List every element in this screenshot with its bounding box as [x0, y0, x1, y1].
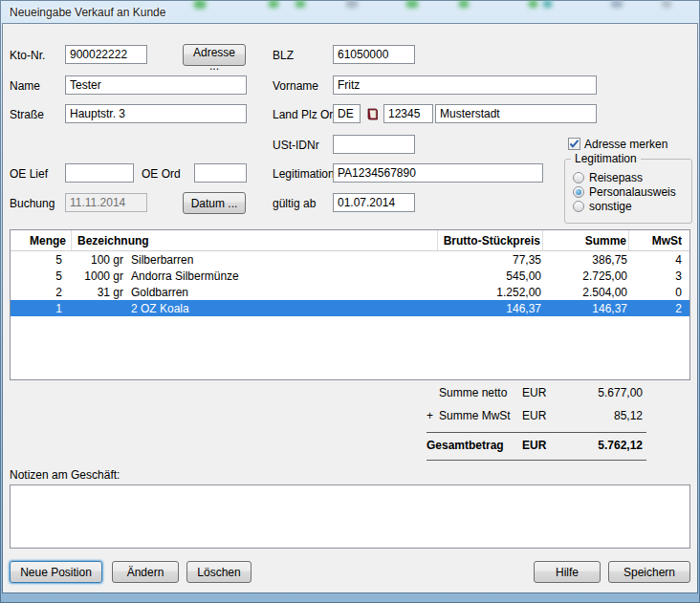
desktop-icon-blob	[346, 0, 358, 8]
vorname-input[interactable]	[333, 75, 597, 95]
header-summe[interactable]: Summe	[543, 230, 629, 250]
cell-preis: 146,37	[438, 302, 543, 315]
cell-mwst: 4	[629, 253, 689, 267]
neue-position-button[interactable]: Neue Position	[10, 561, 102, 583]
legitimation-group-title: Legitimation	[571, 152, 641, 165]
legitimation-input[interactable]	[333, 163, 543, 183]
datum-button[interactable]: Datum ...	[183, 192, 246, 214]
oe-lief-input[interactable]	[65, 163, 134, 183]
oe-lief-label: OE Lief	[10, 167, 48, 181]
ustid-input[interactable]	[333, 135, 415, 154]
radio-option-personalausweis[interactable]: Personalausweis	[573, 185, 676, 199]
desktop-icon-blob	[406, 0, 418, 8]
cell-summe: 2.504,00	[543, 286, 629, 299]
desktop-icon-blob	[194, 0, 206, 9]
aendern-button[interactable]: Ändern	[112, 561, 179, 583]
title-bar[interactable]: Neueingabe Verkauf an Kunde	[0, 0, 700, 24]
header-brutto-stueckpreis[interactable]: Brutto-Stückpreis	[438, 230, 543, 250]
cell-name: Andorra Silbermünze	[123, 269, 438, 283]
summe-mwst-currency: EUR	[522, 409, 546, 422]
radio-reisepass[interactable]	[573, 172, 584, 183]
radio-sonstige[interactable]	[573, 201, 584, 212]
cell-amount: 31 gr	[72, 286, 123, 299]
cell-amount: 1000 gr	[72, 269, 123, 283]
cell-summe: 2.725,00	[543, 269, 629, 283]
radio-option-reisepass[interactable]: Reisepass	[573, 171, 643, 184]
table-row-selected[interactable]: 1 2 OZ Koala 146,37 146,37 2	[11, 300, 689, 316]
kto-nr-input[interactable]	[65, 45, 147, 64]
cell-name: 2 OZ Koala	[123, 302, 438, 315]
window: Neueingabe Verkauf an Kunde Kto-Nr. Adre…	[0, 0, 700, 603]
window-title: Neueingabe Verkauf an Kunde	[10, 6, 165, 19]
cell-menge: 1	[11, 302, 72, 315]
desktop-icon-blob	[662, 0, 671, 8]
summe-mwst-label: Summe MwSt	[439, 409, 511, 422]
book-icon	[365, 107, 380, 121]
cell-summe: 386,75	[543, 253, 629, 267]
land-input[interactable]	[333, 104, 361, 123]
checkmark-icon	[569, 139, 580, 149]
kto-nr-label: Kto-Nr.	[10, 49, 45, 62]
cell-name: Silberbarren	[123, 253, 438, 267]
summe-mwst-value: 85,12	[614, 409, 643, 422]
radio-option-sonstige[interactable]: sonstige	[573, 200, 632, 213]
desktop-icon-blob	[459, 0, 469, 8]
summary-divider-top	[427, 432, 646, 433]
cell-preis: 545,00	[438, 269, 543, 283]
name-label: Name	[10, 79, 40, 93]
oe-ord-input[interactable]	[194, 163, 247, 183]
gueltig-ab-input[interactable]	[333, 193, 415, 212]
loeschen-button[interactable]: Löschen	[186, 561, 252, 583]
summe-netto-label: Summe netto	[439, 386, 507, 399]
buchung-label: Buchung	[10, 197, 55, 210]
radio-personalausweis[interactable]	[573, 186, 584, 198]
table-row[interactable]: 5 1000 gr Andorra Silbermünze 545,00 2.7…	[11, 268, 689, 284]
gesamtbetrag-value: 5.762,12	[598, 439, 643, 452]
gesamtbetrag-row: Gesamtbetrag EUR 5.762,12	[421, 439, 650, 454]
radio-personalausweis-label: Personalausweis	[589, 185, 676, 199]
gesamtbetrag-label: Gesamtbetrag	[427, 439, 504, 452]
summary-divider-bottom	[427, 460, 646, 461]
positions-table[interactable]: Menge Bezeichnung Brutto-Stückpreis Summ…	[10, 229, 690, 380]
summe-netto-row: Summe netto EUR 5.677,00	[421, 386, 650, 401]
country-lookup-button[interactable]	[362, 104, 382, 123]
blz-label: BLZ	[273, 49, 294, 62]
cell-amount: 100 gr	[72, 253, 123, 267]
gueltig-ab-label: gültig ab	[273, 197, 316, 210]
desktop-icon-blob	[295, 0, 305, 8]
table-row[interactable]: 5 100 gr Silberbarren 77,35 386,75 4	[11, 251, 689, 268]
cell-name: Goldbarren	[123, 286, 438, 299]
ustid-label: USt-IDNr	[273, 139, 319, 152]
speichern-button[interactable]: Speichern	[608, 561, 690, 583]
desktop-icon-blob	[611, 0, 623, 8]
table-row[interactable]: 2 31 gr Goldbarren 1.252,00 2.504,00 0	[11, 284, 689, 300]
buchung-input	[65, 193, 147, 212]
adresse-button[interactable]: Adresse ...	[183, 44, 246, 66]
plz-input[interactable]	[383, 104, 433, 123]
strasse-input[interactable]	[65, 104, 247, 123]
plus-sign: +	[427, 409, 433, 422]
radio-reisepass-label: Reisepass	[589, 171, 643, 184]
summe-netto-currency: EUR	[522, 386, 546, 399]
header-menge[interactable]: Menge	[11, 230, 72, 250]
header-bezeichnung[interactable]: Bezeichnung	[72, 230, 438, 250]
cell-menge: 5	[11, 253, 72, 267]
table-header[interactable]: Menge Bezeichnung Brutto-Stückpreis Summ…	[11, 230, 689, 251]
land-plz-ort-label: Land Plz Ort	[273, 108, 337, 121]
vorname-label: Vorname	[273, 79, 318, 93]
desktop-icon-blob	[269, 0, 278, 8]
cell-menge: 5	[11, 269, 72, 283]
cell-preis: 77,35	[438, 253, 543, 267]
notes-textarea[interactable]	[10, 485, 690, 549]
cell-summe: 146,37	[543, 302, 629, 315]
name-input[interactable]	[65, 75, 247, 95]
adresse-merken-checkbox[interactable]	[568, 138, 580, 150]
summe-netto-value: 5.677,00	[598, 386, 643, 399]
header-mwst[interactable]: MwSt	[629, 230, 689, 250]
cell-menge: 2	[11, 286, 72, 299]
legitimation-groupbox: Legitimation Reisepass Personalausweis s…	[564, 159, 692, 224]
ort-input[interactable]	[435, 104, 597, 123]
hilfe-button[interactable]: Hilfe	[534, 561, 601, 583]
blz-input[interactable]	[333, 45, 415, 64]
desktop-icon-blob	[543, 0, 552, 8]
